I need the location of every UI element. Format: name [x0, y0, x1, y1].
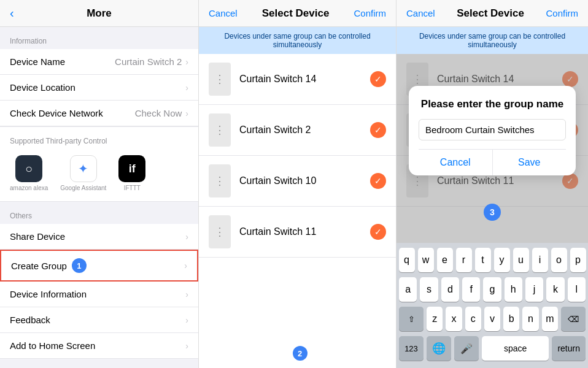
alexa-label: amazon alexa	[10, 185, 48, 191]
back-button[interactable]: ‹	[10, 6, 14, 20]
key-n[interactable]: n	[522, 307, 538, 331]
key-u[interactable]: u	[513, 248, 529, 272]
step-3-badge: 3	[484, 204, 501, 221]
step-1-badge: 1	[72, 258, 87, 273]
feedback-item[interactable]: Feedback ›	[0, 307, 198, 333]
device-info-item[interactable]: Device Information ›	[0, 282, 198, 307]
key-k[interactable]: k	[546, 277, 564, 302]
device-location-chevron: ›	[185, 83, 188, 93]
device-name-chevron: ›	[185, 57, 188, 67]
google-label: Google Assistant	[60, 185, 106, 191]
key-y[interactable]: y	[494, 248, 510, 272]
device-location-label: Device Location	[10, 82, 75, 93]
space-key[interactable]: space	[482, 336, 549, 361]
google-icon: ✦	[70, 155, 97, 182]
device-name-value: Curtain Switch 2 ›	[115, 56, 188, 67]
share-device-item[interactable]: Share Device ›	[0, 224, 198, 250]
return-key[interactable]: return	[552, 336, 586, 361]
device-icon-2	[209, 164, 231, 197]
key-h[interactable]: h	[505, 277, 522, 302]
numbers-key[interactable]: 123	[399, 336, 424, 361]
key-w[interactable]: w	[418, 248, 434, 272]
key-v[interactable]: v	[484, 307, 500, 331]
keyboard-row-3: ⇧ z x c v b n m ⌫	[399, 307, 586, 331]
mic-key[interactable]: 🎤	[454, 336, 479, 361]
key-r[interactable]: r	[456, 248, 472, 272]
key-m[interactable]: m	[542, 307, 558, 331]
key-q[interactable]: q	[399, 248, 415, 272]
key-l[interactable]: l	[568, 277, 586, 302]
device-item-3[interactable]: Curtain Switch 11 ✓	[199, 207, 396, 258]
ifttt-icon: if	[118, 155, 145, 182]
keyboard-row-2: a s d f g h j k l	[399, 277, 586, 302]
shift-key[interactable]: ⇧	[399, 307, 424, 331]
create-group-item[interactable]: Create Group 1 ›	[0, 250, 198, 282]
device-item-1[interactable]: Curtain Switch 2 ✓	[199, 105, 396, 156]
group-name-dialog: Please enter the group name Cancel Save	[409, 86, 576, 175]
keyboard-row-4: 123 🌐 🎤 space return	[399, 336, 586, 361]
device-name-1: Curtain Switch 2	[239, 125, 370, 136]
dialog-cancel-button[interactable]: Cancel	[406, 8, 435, 18]
dialog-info-banner: Devices under same group can be controll…	[397, 27, 588, 54]
key-d[interactable]: d	[441, 277, 459, 302]
select-device-panel: Cancel Select Device Confirm Devices und…	[198, 0, 396, 368]
check-network-item[interactable]: Check Device Network Check Now ›	[0, 101, 198, 126]
information-section-label: Information	[0, 27, 198, 49]
dialog-cancel-btn[interactable]: Cancel	[419, 150, 493, 175]
dialog-actions: Cancel Save	[419, 149, 566, 175]
key-f[interactable]: f	[462, 277, 480, 302]
device-item-2[interactable]: Curtain Switch 10 ✓	[199, 156, 396, 207]
device-location-item[interactable]: Device Location ›	[0, 75, 198, 101]
key-t[interactable]: t	[475, 248, 491, 272]
dialog-box-title: Please enter the group name	[419, 98, 566, 110]
select-title: Select Device	[262, 7, 330, 20]
check-2: ✓	[370, 173, 386, 189]
key-p[interactable]: p	[570, 248, 586, 272]
dialog-confirm-button[interactable]: Confirm	[546, 8, 578, 18]
key-b[interactable]: b	[503, 307, 519, 331]
feedback-label: Feedback	[10, 315, 50, 325]
key-a[interactable]: a	[399, 277, 417, 302]
key-g[interactable]: g	[483, 277, 501, 302]
select-confirm-button[interactable]: Confirm	[354, 8, 386, 18]
third-party-section: Supported Third-party Control ○ amazon a…	[0, 126, 198, 202]
device-item-0[interactable]: Curtain Switch 14 ✓	[199, 54, 396, 105]
backspace-key[interactable]: ⌫	[561, 307, 586, 331]
device-info-chevron: ›	[185, 289, 188, 299]
device-name-label: Device Name	[10, 56, 65, 67]
alexa-item[interactable]: ○ amazon alexa	[10, 155, 48, 191]
alexa-icon: ○	[15, 155, 42, 182]
key-s[interactable]: s	[420, 277, 438, 302]
dialog-save-btn[interactable]: Save	[493, 150, 567, 175]
dialog-title: Select Device	[457, 7, 524, 20]
ifttt-item[interactable]: if IFTTT	[118, 155, 145, 191]
key-i[interactable]: i	[532, 248, 548, 272]
third-party-label: Supported Third-party Control	[10, 137, 188, 150]
add-home-item[interactable]: Add to Home Screen ›	[0, 333, 198, 359]
globe-key[interactable]: 🌐	[427, 336, 451, 361]
device-icon-3	[209, 215, 231, 248]
google-item[interactable]: ✦ Google Assistant	[60, 155, 106, 191]
feedback-chevron: ›	[185, 315, 188, 325]
key-z[interactable]: z	[427, 307, 443, 331]
info-banner: Devices under same group can be controll…	[199, 27, 396, 54]
device-name-2: Curtain Switch 10	[239, 175, 370, 186]
step-2-container: 2	[199, 339, 396, 368]
device-name-item[interactable]: Device Name Curtain Switch 2 ›	[0, 49, 198, 75]
key-c[interactable]: c	[465, 307, 481, 331]
create-group-chevron: ›	[184, 261, 187, 270]
step-2-badge: 2	[293, 346, 308, 361]
others-section-label: Others	[0, 202, 198, 224]
select-cancel-button[interactable]: Cancel	[209, 8, 238, 18]
key-e[interactable]: e	[437, 248, 453, 272]
add-home-chevron: ›	[185, 341, 188, 351]
share-chevron: ›	[185, 232, 188, 242]
add-home-label: Add to Home Screen	[10, 340, 95, 351]
check-0: ✓	[370, 71, 386, 87]
key-o[interactable]: o	[551, 248, 567, 272]
device-name-0: Curtain Switch 14	[239, 74, 370, 85]
key-j[interactable]: j	[525, 277, 543, 302]
group-name-input[interactable]	[419, 119, 566, 140]
device-icon-1	[209, 113, 231, 147]
key-x[interactable]: x	[446, 307, 462, 331]
